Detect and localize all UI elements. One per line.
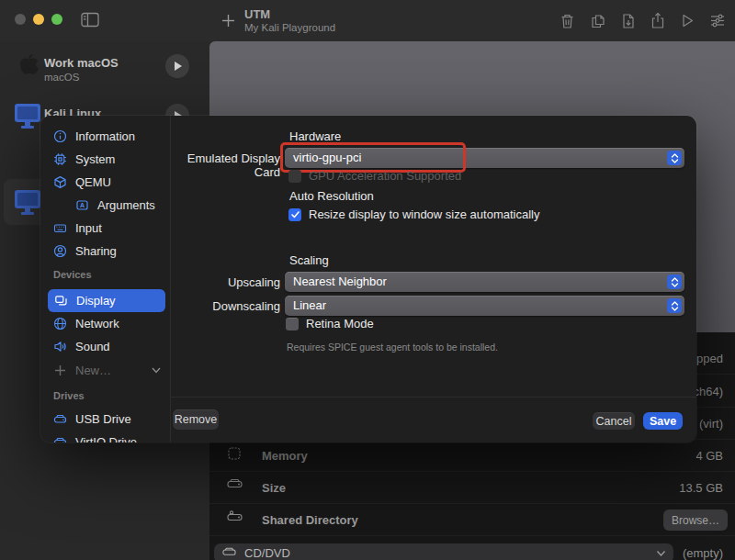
- apple-logo-icon: [17, 52, 40, 84]
- nav-label: Sharing: [75, 244, 117, 258]
- nav-item-network[interactable]: Network: [40, 312, 170, 334]
- nav-label: QEMU: [75, 175, 111, 189]
- resize-display-row: Resize display to window size automatica…: [288, 207, 539, 221]
- external-drive-icon: [53, 436, 67, 443]
- browse-button[interactable]: Browse…: [663, 510, 728, 531]
- nav-item-display-selected[interactable]: Display: [48, 289, 165, 312]
- nav-label: Network: [75, 317, 119, 330]
- downscaling-select[interactable]: Linear: [285, 296, 684, 316]
- emulated-display-card-select[interactable]: virtio-gpu-pci: [285, 148, 684, 168]
- titlebar: UTM My Kali Playground: [0, 0, 735, 41]
- memory-value: 4 GB: [695, 449, 723, 463]
- size-label: Size: [262, 481, 286, 495]
- resize-display-checkbox[interactable]: [288, 208, 301, 221]
- nav-label: Information: [75, 129, 135, 143]
- external-drive-icon: [53, 413, 67, 425]
- detail-row-cd-dvd: CD/DVD (empty): [209, 536, 735, 560]
- nav-item-virtio-drive[interactable]: VirtIO Drive: [40, 431, 170, 442]
- cd-dvd-value: (empty): [683, 545, 723, 559]
- vm-title-subtitle: My Kali Playground: [244, 22, 335, 33]
- nav-item-qemu[interactable]: QEMU: [40, 171, 170, 193]
- detail-row-size: Size 13.5 GB: [209, 472, 735, 504]
- nav-item-new-device[interactable]: New…: [40, 359, 170, 381]
- detail-row-shared-directory: Shared Directory Browse…: [209, 504, 735, 536]
- gpu-acceleration-checkbox[interactable]: [288, 170, 301, 183]
- machine-value: (virt): [699, 417, 723, 431]
- utm-window: UTM My Kali Playground: [0, 0, 735, 560]
- drive-icon: [226, 478, 243, 497]
- retina-mode-label: Retina Mode: [306, 317, 374, 330]
- svg-text:A: A: [80, 202, 85, 208]
- retina-mode-checkbox[interactable]: [286, 318, 299, 330]
- nav-item-information[interactable]: Information: [40, 125, 170, 147]
- vm-name: Work macOS: [44, 56, 119, 70]
- nav-item-system[interactable]: System: [40, 148, 170, 170]
- footer-divider: [170, 397, 696, 398]
- select-chevrons-icon: [667, 298, 682, 313]
- upscaling-select[interactable]: Nearest Neighbor: [285, 272, 684, 292]
- select-value: Nearest Neighbor: [293, 274, 387, 288]
- nav-label: USB Drive: [75, 412, 131, 426]
- emulated-display-card-label: Emulated Display Card: [160, 151, 280, 179]
- remove-button[interactable]: Remove: [173, 409, 219, 430]
- nav-label: Sound: [75, 340, 110, 353]
- clone-vm-icon[interactable]: [590, 13, 606, 29]
- nav-drives-header: Drives: [53, 390, 85, 401]
- save-button[interactable]: Save: [643, 412, 683, 430]
- detail-row-memory: Memory 4 GB: [209, 440, 735, 472]
- nav-label: Arguments: [97, 198, 155, 212]
- vm-play-button[interactable]: [165, 54, 189, 78]
- auto-resolution-header: Auto Resolution: [289, 189, 374, 203]
- zoom-window-button[interactable]: [51, 14, 62, 25]
- memory-chip-icon: [226, 445, 243, 465]
- cube-icon: [53, 175, 67, 189]
- share-vm-icon[interactable]: [650, 12, 665, 29]
- minimize-window-button[interactable]: [33, 14, 44, 25]
- nav-label: New…: [75, 364, 111, 377]
- vm-settings-sliders-icon[interactable]: [709, 13, 726, 28]
- argument-a-icon: A: [75, 198, 89, 212]
- select-chevrons-icon: [667, 151, 682, 165]
- globe-icon: [53, 317, 67, 330]
- cancel-button[interactable]: Cancel: [593, 412, 635, 430]
- toolbar: [560, 0, 726, 41]
- cpu-chip-icon: [53, 152, 67, 166]
- resize-display-label: Resize display to window size automatica…: [309, 207, 539, 221]
- close-window-button[interactable]: [15, 14, 26, 25]
- downscaling-label: Downscaling: [160, 299, 280, 313]
- vm-os-subtitle: macOS: [44, 72, 79, 83]
- vm-row-work-macos[interactable]: Work macOS macOS: [0, 46, 209, 88]
- speaker-icon: [53, 340, 67, 353]
- nav-label: Input: [75, 221, 102, 235]
- info-icon: [53, 129, 67, 143]
- app-title: UTM: [244, 7, 270, 21]
- nav-label: System: [75, 152, 115, 166]
- size-value: 13.5 GB: [679, 481, 723, 495]
- cd-dvd-dropdown[interactable]: CD/DVD: [214, 543, 673, 560]
- nav-item-arguments[interactable]: A Arguments: [40, 194, 170, 216]
- delete-vm-trash-icon[interactable]: [560, 13, 575, 29]
- monitor-icon: [13, 102, 42, 133]
- move-vm-document-icon[interactable]: [621, 13, 636, 29]
- upscaling-label: Upscaling: [160, 275, 280, 289]
- new-vm-plus-icon[interactable]: [220, 13, 236, 28]
- nav-item-input[interactable]: Input: [40, 217, 170, 239]
- optical-drive-icon: [221, 547, 237, 560]
- retina-mode-row: Retina Mode: [286, 317, 374, 330]
- shared-directory-label: Shared Directory: [262, 513, 358, 527]
- hardware-section-header: Hardware: [289, 129, 341, 143]
- scaling-section-header: Scaling: [289, 253, 329, 267]
- display-windows-icon: [54, 294, 68, 308]
- toggle-sidebar-icon[interactable]: [81, 12, 99, 28]
- gpu-acceleration-row: GPU Acceleration Supported: [288, 169, 461, 183]
- run-vm-play-icon[interactable]: [680, 13, 695, 28]
- nav-item-sharing[interactable]: Sharing: [40, 240, 170, 262]
- person-circle-icon: [53, 244, 67, 258]
- nav-item-usb-drive[interactable]: USB Drive: [40, 408, 170, 430]
- gpu-acceleration-label: GPU Acceleration Supported: [309, 169, 461, 183]
- nav-item-sound[interactable]: Sound: [40, 335, 170, 357]
- vm-settings-dialog: Information System QEMU: [40, 116, 696, 442]
- nav-devices-header: Devices: [53, 269, 92, 280]
- chevron-down-icon: [656, 550, 666, 557]
- select-value: Linear: [293, 298, 326, 312]
